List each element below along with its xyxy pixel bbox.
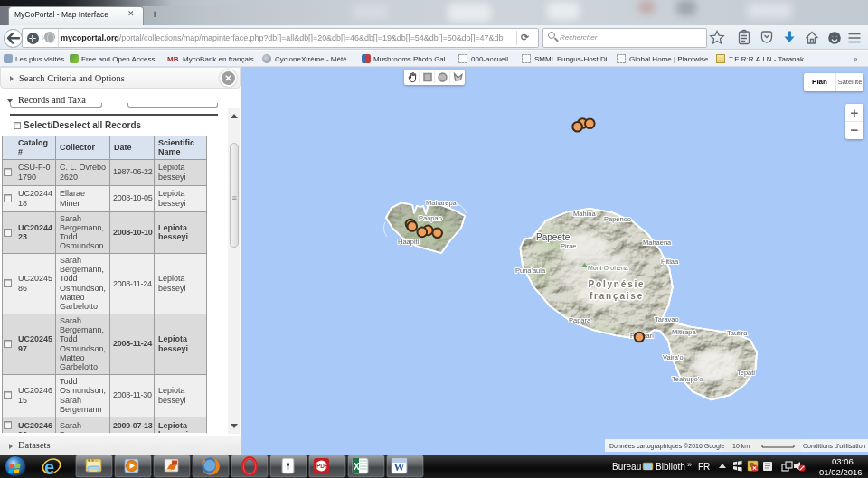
svg-text:»: » — [687, 460, 692, 469]
svg-text:Maharepa: Maharepa — [426, 199, 458, 207]
svg-text:Bureau: Bureau — [612, 462, 641, 472]
svg-text:Mitirapa: Mitirapa — [672, 328, 697, 336]
svg-text:Hitiaa: Hitiaa — [661, 258, 679, 266]
svg-text:W: W — [394, 461, 405, 473]
svg-text:Mahina: Mahina — [573, 210, 596, 218]
svg-text:Teahupo'o: Teahupo'o — [672, 375, 703, 383]
svg-text:Paopao: Paopao — [419, 214, 442, 222]
svg-text:Pirae: Pirae — [561, 242, 577, 250]
svg-text:X: X — [354, 462, 360, 472]
svg-text:Données cartographiques ©2016: Données cartographiques ©2016 Google — [609, 443, 724, 450]
svg-text:française: française — [590, 291, 644, 301]
svg-text:Polynésie: Polynésie — [589, 279, 646, 289]
svg-text:FR: FR — [698, 462, 710, 472]
svg-text:Tepati: Tepati — [737, 369, 755, 377]
svg-text:Puna'auia: Puna'auia — [515, 267, 546, 275]
svg-text:Taravao: Taravao — [655, 315, 679, 323]
svg-text:10 km: 10 km — [732, 443, 750, 449]
svg-text:03:06: 03:06 — [832, 456, 854, 466]
svg-text:01/02/2016: 01/02/2016 — [819, 467, 863, 477]
svg-text:Biblioth: Biblioth — [656, 462, 685, 472]
svg-text:Tautira: Tautira — [727, 329, 748, 337]
svg-text:Papeete: Papeete — [536, 232, 571, 242]
svg-text:PDF: PDF — [316, 463, 328, 469]
svg-text:Haapiti: Haapiti — [398, 238, 420, 246]
svg-text:Mahaena: Mahaena — [643, 239, 672, 247]
svg-text:Papenoo: Papenoo — [604, 215, 631, 223]
svg-text:Papara: Papara — [569, 316, 591, 324]
svg-text:Conditions d'utilisation: Conditions d'utilisation — [803, 443, 866, 449]
svg-text:Vaira'o: Vaira'o — [663, 353, 684, 361]
svg-text:Mont Orohena: Mont Orohena — [588, 265, 628, 271]
